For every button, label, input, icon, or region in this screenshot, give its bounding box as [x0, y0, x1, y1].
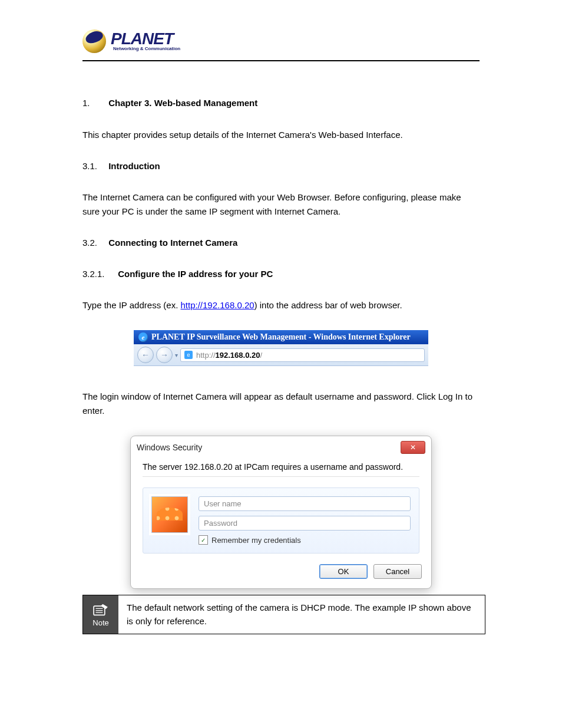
browser-navbar: ← → ▾ e http://192.168.0.20/ — [134, 344, 428, 366]
chapter-intro: This chapter provides setup details of t… — [82, 128, 480, 142]
brand-tagline: Networking & Communication — [113, 46, 180, 51]
dialog-titlebar: Windows Security ✕ — [131, 436, 431, 459]
note-icon-cell: Note — [83, 595, 118, 634]
remember-checkbox[interactable]: ✓ Remember my credentials — [199, 535, 411, 545]
dialog-message: The server 192.168.0.20 at IPCam require… — [143, 462, 419, 472]
note-label: Note — [92, 618, 108, 627]
section-31-text: The Internet Camera can be configured wi… — [82, 190, 480, 219]
windows-security-dialog: Windows Security ✕ The server 192.168.0.… — [130, 436, 432, 589]
ie-icon: e — [138, 332, 148, 342]
chapter-title: Chapter 3. Web-based Management — [108, 98, 257, 108]
note-box: Note The default network setting of the … — [82, 595, 485, 634]
globe-icon — [82, 29, 106, 53]
forward-button[interactable]: → — [156, 347, 173, 363]
example-url-link[interactable]: http://192.168.0.20 — [180, 300, 254, 310]
subsection-321-heading: 3.2.1. Configure the IP address for your… — [82, 268, 480, 281]
document-page: PLANET Networking & Communication 1. Cha… — [0, 0, 562, 728]
close-button[interactable]: ✕ — [401, 441, 425, 454]
favicon-icon: e — [184, 351, 193, 359]
chapter-number: 1. — [82, 97, 106, 110]
checkbox-icon: ✓ — [199, 535, 208, 545]
chapter-heading: 1. Chapter 3. Web-based Management — [82, 97, 480, 110]
address-instruction: Type the IP address (ex. http://192.168.… — [82, 298, 480, 312]
password-input[interactable]: Password — [199, 516, 411, 531]
url-host: 192.168.0.20 — [216, 351, 260, 360]
section-31-heading: 3.1. Introduction — [82, 160, 480, 173]
dialog-title-text: Windows Security — [137, 443, 202, 452]
browser-title-text: PLANET IP Surveillance Web Management - … — [151, 332, 411, 342]
login-instruction: The login window of Internet Camera will… — [82, 390, 480, 418]
back-button[interactable]: ← — [137, 347, 154, 363]
section-32-title: Connecting to Internet Camera — [108, 238, 237, 248]
dropdown-icon[interactable]: ▾ — [175, 352, 178, 358]
section-31-number: 3.1. — [82, 160, 106, 173]
browser-screenshot: e PLANET IP Surveillance Web Management … — [134, 330, 428, 366]
section-32-number: 3.2. — [82, 236, 106, 250]
section-32-heading: 3.2. Connecting to Internet Camera — [82, 236, 480, 250]
address-bar[interactable]: e http://192.168.0.20/ — [180, 348, 425, 362]
browser-titlebar: e PLANET IP Surveillance Web Management … — [134, 330, 428, 344]
brand-name: PLANET — [111, 31, 180, 46]
note-icon — [91, 602, 111, 617]
url-path: / — [260, 351, 262, 360]
section-31-title: Introduction — [108, 161, 160, 171]
brand-logo: PLANET Networking & Communication — [82, 29, 480, 53]
remember-label: Remember my credentials — [211, 536, 301, 545]
subsection-321-number: 3.2.1. — [82, 268, 115, 281]
note-text: The default network setting of the camer… — [118, 595, 485, 634]
subsection-321-title: Configure the IP address for your PC — [118, 269, 273, 279]
header-divider — [82, 60, 480, 61]
addr-prefix: Type the IP address (ex. — [82, 300, 180, 310]
user-tile-icon — [151, 496, 188, 533]
credentials-box: User name Password ✓ Remember my credent… — [143, 487, 419, 554]
cancel-button[interactable]: Cancel — [373, 564, 422, 579]
dialog-divider — [143, 476, 419, 477]
username-input[interactable]: User name — [199, 496, 411, 511]
url-scheme: http:// — [196, 351, 216, 360]
addr-suffix: ) into the address bar of web browser. — [254, 300, 402, 310]
ok-button[interactable]: OK — [319, 564, 368, 579]
close-icon: ✕ — [410, 443, 416, 452]
